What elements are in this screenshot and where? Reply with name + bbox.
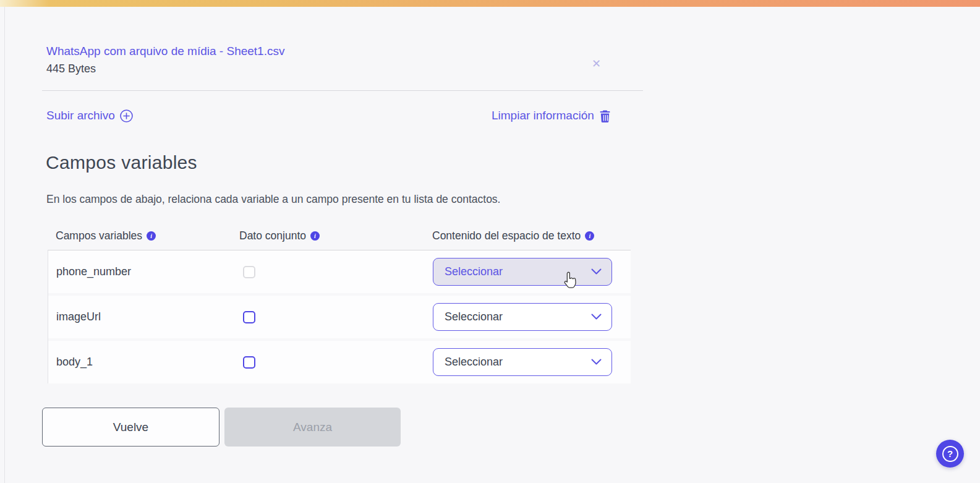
- contenido-select[interactable]: Seleccionar: [433, 348, 612, 376]
- uploaded-file-size: 445 Bytes: [46, 62, 96, 75]
- header-campos-variables: Campos variables i: [48, 229, 239, 242]
- chevron-down-icon: [591, 356, 602, 369]
- remove-file-icon[interactable]: ✕: [592, 58, 601, 69]
- table-body: phone_number Seleccionar imageUrl: [48, 250, 631, 383]
- variable-name: body_1: [48, 356, 240, 369]
- clear-info-link[interactable]: Limpiar información: [492, 109, 611, 122]
- info-icon[interactable]: i: [310, 231, 320, 241]
- dato-conjunto-checkbox[interactable]: [243, 311, 255, 323]
- file-section-divider: [42, 90, 643, 91]
- section-description: En los campos de abajo, relaciona cada v…: [46, 193, 500, 206]
- select-value: Seleccionar: [445, 265, 503, 278]
- table-row-image-url: imageUrl Seleccionar: [48, 296, 631, 338]
- question-mark-icon: ?: [942, 446, 958, 462]
- upload-file-label: Subir archivo: [46, 109, 115, 122]
- contenido-select[interactable]: Seleccionar: [433, 258, 612, 286]
- plus-circle-icon: [120, 109, 133, 122]
- header-label: Dato conjunto: [239, 229, 306, 242]
- help-button[interactable]: ?: [936, 440, 964, 468]
- header-label: Contenido del espacio de texto: [432, 229, 581, 242]
- chevron-down-icon: [591, 265, 602, 278]
- select-value: Seleccionar: [445, 310, 503, 323]
- trash-icon: [599, 109, 611, 122]
- header-dato-conjunto: Dato conjunto i: [239, 229, 432, 242]
- info-icon[interactable]: i: [147, 231, 156, 241]
- upload-file-link[interactable]: Subir archivo: [46, 109, 133, 122]
- header-label: Campos variables: [56, 229, 142, 242]
- table-row-phone-number: phone_number Seleccionar: [48, 250, 631, 293]
- back-button[interactable]: Vuelve: [42, 408, 219, 447]
- variable-name: phone_number: [48, 265, 240, 278]
- table-row-body-1: body_1 Seleccionar: [48, 341, 631, 383]
- uploaded-file-link[interactable]: WhatsApp com arquivo de mídia - Sheet1.c…: [46, 45, 284, 58]
- chevron-down-icon: [591, 310, 602, 323]
- info-icon[interactable]: i: [585, 231, 594, 241]
- next-button[interactable]: Avanza: [224, 408, 401, 447]
- card-left-border: [4, 7, 5, 483]
- clear-info-label: Limpiar información: [492, 109, 594, 122]
- select-value: Seleccionar: [445, 356, 503, 369]
- table-header-row: Campos variables i Dato conjunto i Conte…: [48, 221, 631, 250]
- top-gradient-bar: [0, 0, 980, 7]
- dato-conjunto-checkbox[interactable]: [243, 266, 255, 278]
- header-contenido-espacio-texto: Contenido del espacio de texto i: [432, 229, 631, 242]
- dato-conjunto-checkbox[interactable]: [243, 356, 255, 369]
- section-title: Campos variables: [46, 152, 197, 173]
- variables-table: Campos variables i Dato conjunto i Conte…: [48, 221, 631, 383]
- variable-name: imageUrl: [48, 310, 240, 323]
- contenido-select[interactable]: Seleccionar: [433, 303, 612, 331]
